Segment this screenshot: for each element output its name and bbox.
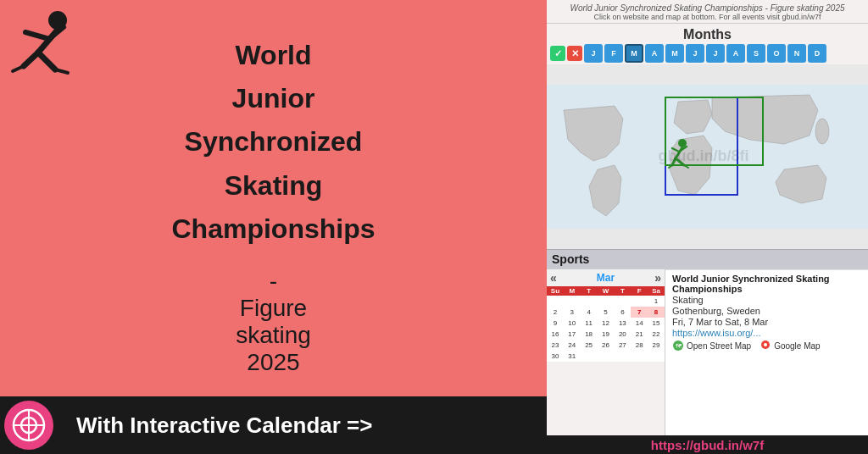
cal-header-row: Su M T W T F Sa bbox=[547, 286, 665, 296]
cal-cell-8[interactable]: 8 bbox=[648, 307, 665, 318]
open-street-map-btn[interactable]: 🗺 Open Street Map bbox=[672, 340, 751, 352]
cal-month-year: Mar bbox=[597, 272, 615, 284]
month-btn-j3[interactable]: J bbox=[706, 44, 725, 63]
month-btn-n[interactable]: N bbox=[787, 44, 806, 63]
cal-cell bbox=[547, 296, 564, 307]
cal-cell[interactable]: 13 bbox=[614, 318, 631, 329]
cal-cell bbox=[564, 296, 581, 307]
month-btn-m1[interactable]: M bbox=[625, 44, 643, 63]
cal-cell[interactable]: 27 bbox=[614, 340, 631, 351]
right-header: World Junior Synchronized Skating Champi… bbox=[547, 0, 868, 24]
subtitle-line-2: skating bbox=[236, 322, 311, 349]
svg-text:🗺: 🗺 bbox=[676, 343, 682, 349]
mini-calendar: « Mar » Su M T W T F Sa bbox=[547, 269, 665, 454]
month-btn-o[interactable]: O bbox=[767, 44, 786, 63]
title-line-3: Synchronized bbox=[171, 120, 375, 163]
month-btn-d[interactable]: D bbox=[808, 44, 826, 63]
cal-prev-btn[interactable]: « bbox=[550, 271, 557, 285]
month-x-icon[interactable]: ✕ bbox=[567, 46, 582, 61]
right-bottom: « Mar » Su M T W T F Sa bbox=[547, 269, 868, 454]
svg-line-7 bbox=[55, 69, 68, 73]
cal-cell[interactable]: 22 bbox=[648, 329, 665, 340]
cal-cell[interactable]: 9 bbox=[547, 318, 564, 329]
cal-cell[interactable]: 16 bbox=[547, 329, 564, 340]
cal-cell[interactable]: 19 bbox=[598, 329, 615, 340]
cal-cell[interactable]: 12 bbox=[598, 318, 615, 329]
sports-label: Sports bbox=[552, 252, 589, 266]
left-panel: World Junior Synchronized Skating Champi… bbox=[0, 0, 547, 454]
url-text-right[interactable]: https://gbud.in/w7f bbox=[651, 438, 764, 452]
google-map-btn[interactable]: Google Map bbox=[760, 340, 820, 352]
event-info-panel: World Junior Synchronized Skating Champi… bbox=[665, 269, 868, 454]
calendar-grid: Su M T W T F Sa 1 bbox=[547, 286, 665, 362]
cal-header-th: T bbox=[614, 286, 631, 296]
cal-cell[interactable]: 1 bbox=[648, 296, 665, 307]
subtitle-line-3: 2025 bbox=[236, 349, 311, 376]
cal-cell[interactable]: 29 bbox=[648, 340, 665, 351]
subtitle-block: - Figure skating 2025 bbox=[236, 268, 311, 376]
cal-cell[interactable]: 20 bbox=[614, 329, 631, 340]
cal-cell bbox=[598, 296, 615, 307]
month-btn-j2[interactable]: J bbox=[686, 44, 704, 63]
skater-icon-top-left bbox=[8, 8, 85, 85]
cal-cell[interactable]: 21 bbox=[631, 329, 648, 340]
month-btn-a2[interactable]: A bbox=[726, 44, 745, 63]
event-sport: Skating bbox=[672, 295, 861, 305]
event-dates: Fri, 7 Mar to Sat, 8 Mar bbox=[672, 317, 861, 327]
month-btn-f[interactable]: F bbox=[604, 44, 623, 63]
cal-header-su: Su bbox=[547, 286, 564, 296]
cal-cell[interactable]: 30 bbox=[547, 351, 564, 362]
cal-cell-7[interactable]: 7 bbox=[631, 307, 648, 318]
event-link[interactable]: https://www.isu.org/... bbox=[672, 328, 861, 338]
google-map-label: Google Map bbox=[774, 341, 820, 351]
svg-point-13 bbox=[815, 119, 829, 144]
cal-next-btn[interactable]: » bbox=[654, 271, 661, 285]
months-label: Months bbox=[547, 27, 868, 42]
month-btn-a1[interactable]: A bbox=[645, 44, 664, 63]
svg-point-28 bbox=[764, 343, 767, 346]
cal-cell bbox=[614, 296, 631, 307]
cal-cell[interactable]: 28 bbox=[631, 340, 648, 351]
cal-cell[interactable]: 18 bbox=[581, 329, 598, 340]
google-map-icon bbox=[760, 340, 771, 352]
month-check-icon[interactable]: ✓ bbox=[550, 46, 565, 61]
cal-cell bbox=[631, 351, 648, 362]
cal-cell bbox=[631, 296, 648, 307]
cal-row-4: 16 17 18 19 20 21 22 bbox=[547, 329, 665, 340]
months-bar: ✓ ✕ J F M A M J J A S O N D bbox=[547, 44, 868, 63]
cal-cell[interactable]: 31 bbox=[564, 351, 581, 362]
cal-cell[interactable]: 25 bbox=[581, 340, 598, 351]
cal-cell[interactable]: 17 bbox=[564, 329, 581, 340]
cal-cell[interactable]: 5 bbox=[598, 307, 615, 318]
cal-header-t: T bbox=[581, 286, 598, 296]
cal-cell[interactable]: 10 bbox=[564, 318, 581, 329]
title-line-5: Championships bbox=[171, 208, 375, 251]
map-area[interactable]: gbud.in/b/8fi bbox=[547, 64, 868, 249]
cal-cell[interactable]: 6 bbox=[614, 307, 631, 318]
cal-cell[interactable]: 3 bbox=[564, 307, 581, 318]
url-bar-right: https://gbud.in/w7f bbox=[547, 435, 868, 454]
cal-cell[interactable]: 15 bbox=[648, 318, 665, 329]
cal-cell[interactable]: 24 bbox=[564, 340, 581, 351]
cal-cell[interactable]: 11 bbox=[581, 318, 598, 329]
month-btn-s[interactable]: S bbox=[747, 44, 765, 63]
month-btn-j[interactable]: J bbox=[584, 44, 603, 63]
cal-cell[interactable]: 2 bbox=[547, 307, 564, 318]
cal-cell[interactable]: 26 bbox=[598, 340, 615, 351]
cal-cell bbox=[598, 351, 615, 362]
cal-row-3: 9 10 11 12 13 14 15 bbox=[547, 318, 665, 329]
cal-cell[interactable]: 4 bbox=[581, 307, 598, 318]
svg-text:gbud.in/b/8fi: gbud.in/b/8fi bbox=[659, 147, 749, 164]
subtitle-line-1: Figure bbox=[236, 295, 311, 322]
title-line-1: World bbox=[171, 34, 375, 77]
cal-cell[interactable]: 23 bbox=[547, 340, 564, 351]
cal-cell bbox=[581, 351, 598, 362]
event-location: Gothenburg, Sweden bbox=[672, 306, 861, 316]
cal-cell[interactable]: 14 bbox=[631, 318, 648, 329]
bottom-cta-text: With Interactive Calendar => bbox=[76, 412, 372, 439]
cal-header-m: M bbox=[564, 286, 581, 296]
event-title: World Junior Synchronized Skating Champi… bbox=[672, 274, 861, 294]
cal-row-2: 2 3 4 5 6 7 8 bbox=[547, 307, 665, 318]
logo-circle bbox=[4, 401, 53, 450]
month-btn-m2[interactable]: M bbox=[665, 44, 684, 63]
